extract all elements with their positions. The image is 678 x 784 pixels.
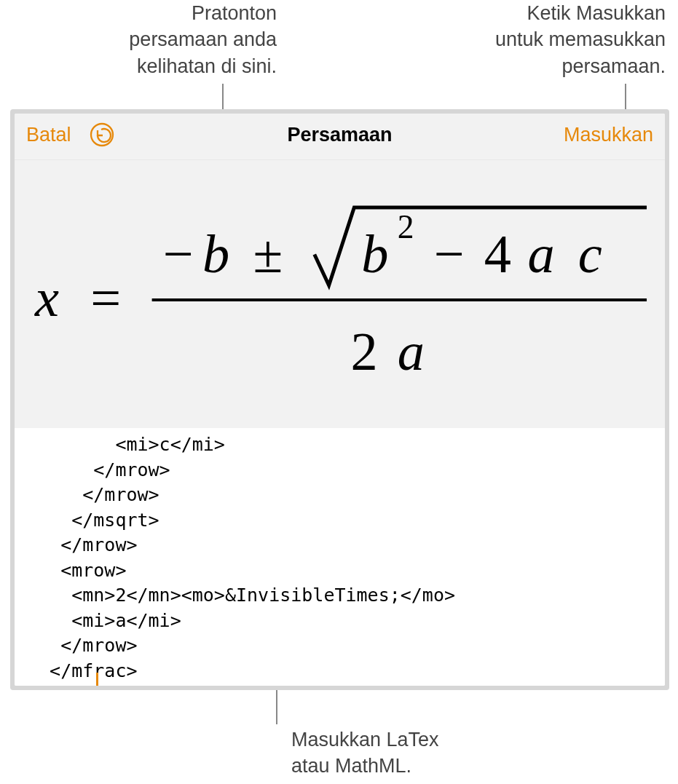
svg-text:±: ±: [253, 224, 283, 284]
svg-text:b: b: [202, 224, 229, 284]
equation-code-input[interactable]: [15, 428, 665, 686]
equation-dialog: Batal Persamaan Masukkan x =: [15, 114, 665, 686]
svg-text:x: x: [34, 268, 59, 328]
svg-text:−: −: [433, 224, 464, 284]
insert-button[interactable]: Masukkan: [564, 124, 653, 146]
svg-text:2: 2: [398, 208, 414, 245]
text-caret: [96, 673, 98, 686]
svg-text:=: =: [90, 268, 121, 328]
callout-preview: Pratonton persamaan anda kelihatan di si…: [109, 0, 277, 79]
callout-insert: Ketik Masukkan untuk memasukkan persamaa…: [437, 0, 666, 79]
callout-code: Masukkan LaTex atau MathML.: [291, 726, 439, 780]
dialog-header: Batal Persamaan Masukkan: [15, 114, 665, 160]
equation-preview: x = − b ± b 2 − 4 a c 2: [15, 160, 665, 428]
equation-render: x = − b ± b 2 − 4 a c 2: [29, 192, 650, 396]
svg-text:−: −: [162, 224, 193, 284]
svg-text:4: 4: [484, 224, 511, 284]
equation-dialog-frame: Batal Persamaan Masukkan x =: [10, 109, 669, 690]
svg-text:b: b: [361, 224, 388, 284]
svg-text:a: a: [398, 322, 425, 381]
svg-text:2: 2: [350, 322, 377, 381]
svg-text:c: c: [578, 224, 602, 284]
svg-text:a: a: [527, 224, 554, 284]
